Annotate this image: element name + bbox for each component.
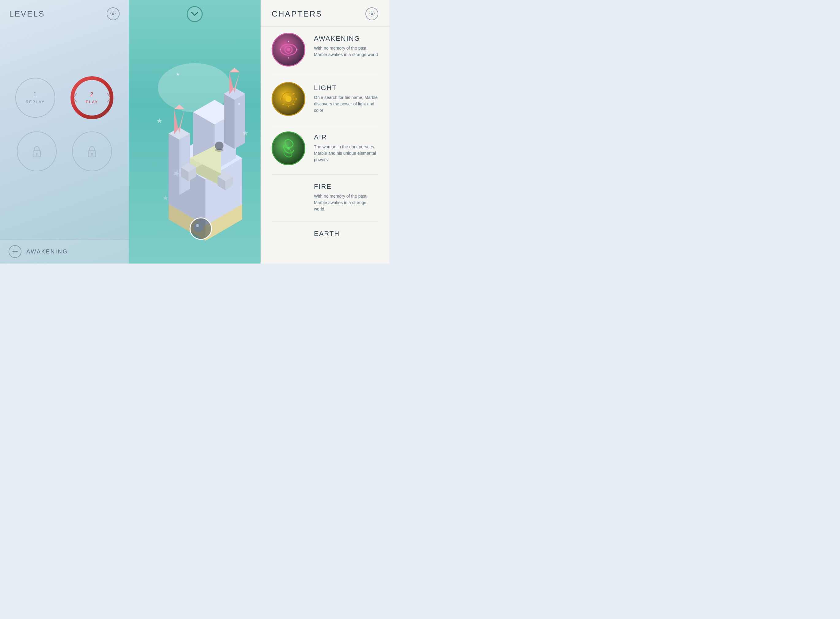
svg-point-3: [36, 153, 38, 155]
svg-point-9: [14, 251, 16, 253]
svg-point-79: [287, 105, 289, 107]
awakening-eye-icon: [278, 39, 299, 60]
svg-point-59: [287, 48, 290, 51]
air-icon: [272, 132, 305, 165]
game-viewport: [129, 22, 261, 263]
svg-marker-48: [157, 118, 162, 123]
settings-icon: [110, 10, 117, 17]
light-name: LIGHT: [314, 84, 378, 92]
divider-3: [272, 174, 378, 175]
lock-icon-4: [86, 144, 98, 159]
isometric-scene: [129, 22, 261, 263]
light-desc: On a search for his name, Marble discove…: [314, 94, 378, 114]
chapters-title: CHAPTERS: [272, 9, 322, 19]
level-2-button[interactable]: 2 PLAY: [70, 76, 114, 119]
svg-marker-52: [163, 195, 168, 200]
air-desc: The woman in the dark pursues Marble and…: [314, 144, 378, 163]
right-header: CHAPTERS: [261, 0, 389, 27]
left-panel: LEVELS 1 REPLAY: [0, 0, 129, 263]
chapter-fire[interactable]: FIRE With no memory of the past, Marble …: [272, 181, 378, 212]
level-3-button[interactable]: [17, 132, 57, 171]
svg-point-6: [91, 153, 93, 155]
svg-marker-23: [169, 134, 179, 195]
awakening-text: AWAKENING With no memory of the past, Ma…: [314, 33, 378, 58]
svg-point-80: [281, 98, 283, 100]
left-header: LEVELS: [0, 0, 129, 26]
fire-text: FIRE With no memory of the past, Marble …: [314, 181, 378, 212]
svg-marker-34: [229, 68, 240, 72]
svg-point-81: [294, 98, 296, 100]
awakening-name: AWAKENING: [314, 34, 378, 43]
svg-point-45: [215, 149, 223, 152]
level-1-label: REPLAY: [26, 100, 45, 104]
chapter-light[interactable]: LIGHT On a search for his name, Marble d…: [272, 82, 378, 116]
svg-point-0: [112, 13, 114, 15]
svg-point-65: [288, 57, 289, 58]
left-footer: AWAKENING: [0, 239, 129, 263]
divider-4: [272, 221, 378, 222]
chevron-down-icon: [191, 12, 198, 16]
level-2-label: PLAY: [86, 100, 98, 104]
level-2-inner: 2 PLAY: [86, 91, 98, 104]
svg-marker-30: [235, 94, 245, 149]
right-panel: CHAPTERS: [261, 0, 389, 263]
chapters-settings-button[interactable]: [365, 7, 378, 20]
levels-row-1: 1 REPLAY: [15, 76, 114, 119]
svg-point-67: [296, 49, 297, 50]
lock-icon-3: [31, 144, 43, 159]
chevron-down-button[interactable]: [187, 6, 203, 22]
level-4-button[interactable]: [72, 132, 112, 171]
light-icon: [272, 82, 305, 116]
air-name: AIR: [314, 133, 378, 141]
earth-text: EARTH: [314, 228, 378, 240]
level-1-number: 1: [33, 91, 37, 98]
levels-row-2: [17, 132, 112, 171]
awakening-desc: With no memory of the past, Marble awake…: [314, 45, 378, 58]
levels-grid: 1 REPLAY: [0, 26, 129, 239]
footer-chapter-label: AWAKENING: [26, 248, 68, 255]
svg-point-83: [287, 147, 290, 150]
svg-point-12: [13, 253, 14, 254]
level-2-number: 2: [90, 91, 94, 98]
chapter-awakening[interactable]: AWAKENING With no memory of the past, Ma…: [272, 33, 378, 66]
svg-point-78: [287, 91, 289, 93]
fire-desc: With no memory of the past, Marble awake…: [314, 193, 378, 212]
awakening-icon: [272, 33, 305, 66]
svg-point-66: [280, 49, 281, 50]
air-swirl-icon: [278, 138, 299, 159]
fire-name: FIRE: [314, 182, 378, 191]
svg-point-10: [16, 251, 18, 253]
footer-icon[interactable]: [9, 245, 21, 258]
svg-point-68: [285, 96, 292, 102]
svg-point-8: [13, 251, 14, 253]
light-sun-icon: [278, 88, 299, 110]
svg-point-55: [196, 224, 199, 227]
chapter-air[interactable]: AIR The woman in the dark pursues Marble…: [272, 132, 378, 165]
chapter-earth[interactable]: EARTH: [272, 228, 378, 240]
light-text: LIGHT On a search for his name, Marble d…: [314, 82, 378, 114]
divider-1: [272, 76, 378, 76]
level-1-button[interactable]: 1 REPLAY: [15, 78, 55, 118]
air-text: AIR The woman in the dark pursues Marble…: [314, 132, 378, 163]
chapters-list: AWAKENING With no memory of the past, Ma…: [261, 27, 389, 263]
svg-point-56: [371, 13, 373, 15]
svg-marker-29: [224, 94, 235, 149]
chapters-settings-icon: [368, 10, 375, 17]
dots-icon: [11, 248, 19, 255]
svg-point-11: [13, 250, 14, 250]
center-panel: [129, 0, 261, 263]
svg-point-54: [194, 222, 204, 232]
levels-title: LEVELS: [9, 9, 45, 19]
svg-point-64: [288, 41, 289, 42]
levels-settings-button[interactable]: [107, 7, 120, 20]
earth-name: EARTH: [314, 230, 378, 238]
